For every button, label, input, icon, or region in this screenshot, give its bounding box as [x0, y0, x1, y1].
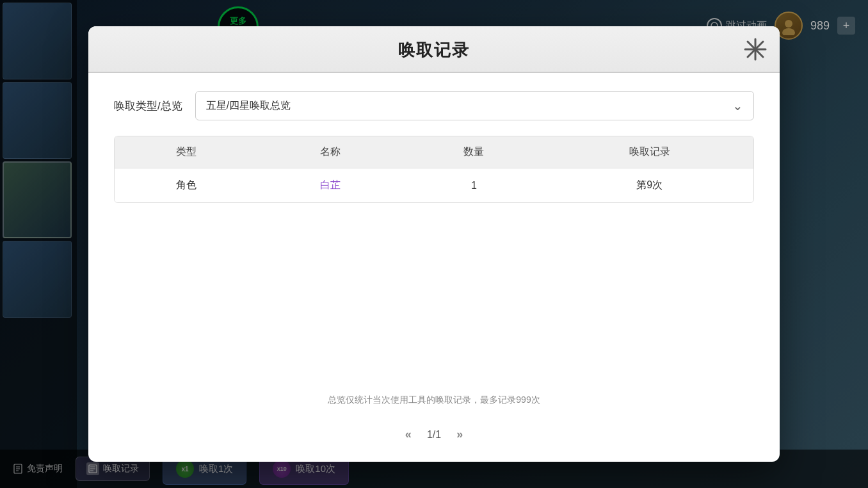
table-empty-area [114, 218, 754, 372]
cell-name: 白芷 [259, 168, 403, 203]
page-indicator: 1/1 [427, 429, 441, 441]
cell-count: 1 [402, 168, 546, 203]
modal-body: 唤取类型/总览 五星/四星唤取总览 ⌄ 类型 名称 数量 唤取记录 [88, 73, 780, 462]
table-header: 类型 名称 数量 唤取记录 [115, 136, 753, 168]
footer-note: 总览仅统计当次使用工具的唤取记录，最多记录999次 [114, 389, 754, 406]
close-icon [744, 38, 767, 61]
col-type: 类型 [115, 136, 259, 168]
table-row: 角色 白芷 1 第9次 [115, 168, 753, 203]
cell-type: 角色 [115, 168, 259, 203]
cell-record: 第9次 [546, 168, 753, 203]
table-body: 角色 白芷 1 第9次 [115, 168, 753, 203]
filter-row: 唤取类型/总览 五星/四星唤取总览 ⌄ [114, 91, 754, 120]
table: 类型 名称 数量 唤取记录 角色 白芷 1 [115, 136, 753, 202]
filter-selected-value: 五星/四星唤取总览 [206, 99, 291, 113]
col-name: 名称 [259, 136, 403, 168]
header-row: 类型 名称 数量 唤取记录 [115, 136, 753, 168]
col-record: 唤取记录 [546, 136, 753, 168]
next-page-button[interactable]: » [456, 428, 463, 441]
filter-label: 唤取类型/总览 [114, 99, 182, 113]
summon-history-modal: 唤取记录 唤取类型/总览 五星/四星唤取总览 ⌄ [88, 26, 780, 462]
modal-close-button[interactable] [741, 35, 769, 63]
col-count: 数量 [402, 136, 546, 168]
prev-page-button[interactable]: « [405, 428, 412, 441]
pagination: « 1/1 » [114, 421, 754, 444]
filter-select-dropdown[interactable]: 五星/四星唤取总览 ⌄ [195, 91, 754, 120]
modal-title: 唤取记录 [398, 40, 470, 60]
chevron-down-icon: ⌄ [732, 98, 743, 113]
character-name-link[interactable]: 白芷 [320, 179, 341, 190]
modal-header: 唤取记录 [88, 26, 780, 73]
summon-history-table: 类型 名称 数量 唤取记录 角色 白芷 1 [114, 136, 754, 203]
modal-overlay: 唤取记录 唤取类型/总览 五星/四星唤取总览 ⌄ [0, 0, 868, 488]
